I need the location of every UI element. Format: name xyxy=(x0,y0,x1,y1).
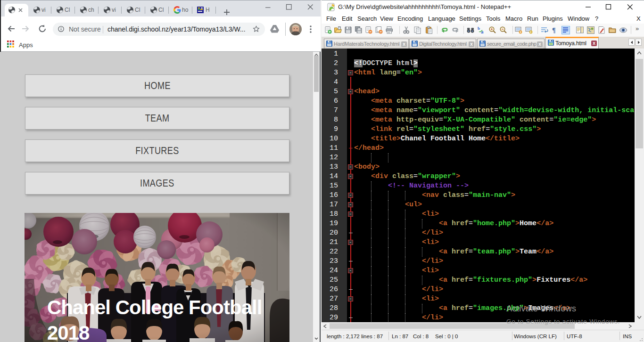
svg-text:2018: 2018 xyxy=(47,322,90,342)
svg-text:Chanel College Football: Chanel College Football xyxy=(47,296,262,318)
svg-text:¶: ¶ xyxy=(552,27,556,34)
svg-text:b: b xyxy=(478,26,480,31)
